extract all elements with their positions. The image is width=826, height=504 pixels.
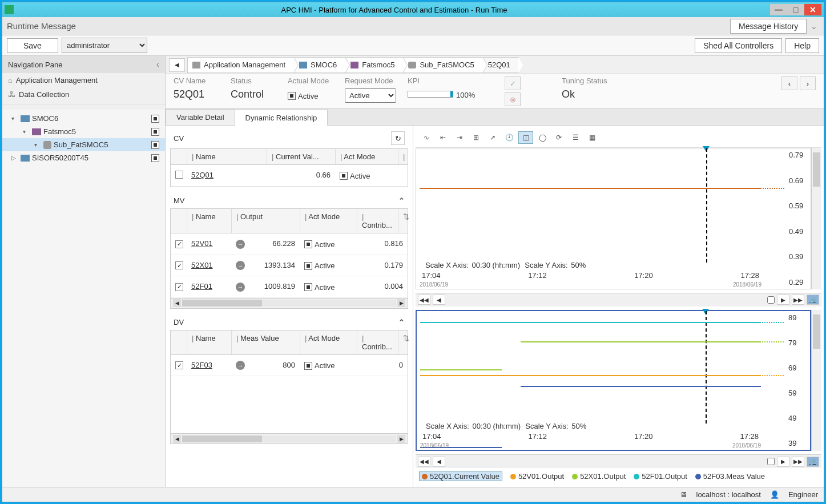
chevron-down-icon[interactable]: ⌄ [809,22,819,31]
dv-section-title: DV [174,318,184,326]
table-row[interactable]: 52F03→800Active0 [171,355,408,377]
maximize-button[interactable]: □ [787,4,804,15]
chart-tool-4[interactable]: ⊞ [469,131,483,144]
back-button[interactable]: ◄ [169,58,185,72]
navigation-pane: Navigation Pane ‹ ⌂Application Managemen… [2,56,166,487]
tree-item-SMOC6[interactable]: ▾SMOC6 [2,112,165,125]
chart-last-button[interactable]: ▶▶ [792,457,804,467]
chart-tool-11[interactable]: ▦ [585,131,599,144]
cv-table: | Name| Current Val...| Act Mode| 52Q010… [170,148,408,187]
dv-scrollbar[interactable]: ◀▶ [171,433,408,443]
close-button[interactable]: ✕ [804,4,821,15]
chart-prev-button[interactable]: ◀ [433,295,445,305]
table-row[interactable]: 52V01→66.228Active0.816 [171,233,408,255]
crumb-Application Management[interactable]: Application Management [187,57,294,73]
chart-2[interactable]: Scale X Axis: 00:30 (hh:mm) Scale Y Axis… [416,310,811,451]
chart-next-button[interactable]: ▶ [777,457,789,467]
chart-tool-6[interactable]: 🕘 [502,131,517,144]
cv-section-title: CV [174,134,184,143]
chart-last-button[interactable]: ▶▶ [792,295,804,305]
nav-pane-header: Navigation Pane ‹ [2,56,165,73]
chart-panel: ∿ ⇤ ⇥ ⊞ ↗ 🕘 ◫ ◯ ⟳ ☰ ▦ Scale X Axis: 00:3… [413,126,824,487]
legend-52F01.Output[interactable]: 52F01.Output [634,471,687,481]
minimize-button[interactable]: — [770,4,787,15]
cursor-line[interactable] [706,148,707,263]
chart-link-button[interactable]: 🔗 [807,295,819,305]
app-icon [5,5,14,14]
chart-tool-7[interactable]: ◫ [518,131,533,144]
collapse-icon[interactable]: ‹ [156,59,159,70]
chart-1[interactable]: Scale X Axis: 00:30 (hh:mm) Scale Y Axis… [416,148,811,289]
cancel-button[interactable]: ⊗ [505,92,521,106]
chart-link-button[interactable]: 🔗 [807,457,819,467]
chart2-vscroll[interactable] [811,310,821,451]
message-history-button[interactable]: Message History [730,19,807,34]
cursor-line[interactable] [706,311,707,424]
tree-item-Sub_FatSMOC5[interactable]: ▾Sub_FatSMOC5 [2,138,165,151]
prev-button[interactable]: ‹ [781,76,797,90]
chart-toolbar: ∿ ⇤ ⇥ ⊞ ↗ 🕘 ◫ ◯ ⟳ ☰ ▦ [416,128,821,148]
request-mode-select[interactable]: Active [345,88,396,103]
nav-data-collection[interactable]: 🖧Data Collection [2,87,165,102]
chart-first-button[interactable]: ◀◀ [418,295,430,305]
mv-collapse-icon[interactable]: ⌃ [398,196,405,205]
status-value: Control [231,88,276,100]
legend-52Q01.Current Value[interactable]: 52Q01.Current Value [419,471,502,481]
mv-scrollbar[interactable]: ◀▶ [171,298,408,308]
crumb-SMOC6[interactable]: SMOC6 [294,57,345,73]
legend-52F03.Meas Value[interactable]: 52F03.Meas Value [695,471,765,481]
chart-checkbox[interactable] [767,296,775,304]
mv-table: | Name| Output| Act Mode| Contrib...⇅ 52… [170,208,408,309]
chart1-vscroll[interactable] [811,148,821,289]
chart-first-button[interactable]: ◀◀ [418,457,430,467]
window-title: APC HMI - Platform for Advanced Control … [18,6,770,14]
legend: 52Q01.Current Value52V01.Output52X01.Out… [416,468,821,485]
check-button[interactable]: ✓ [505,76,521,90]
chart-tool-5[interactable]: ↗ [485,131,500,144]
message-bar: Runtime Message Message History ⌄ [2,17,824,35]
nav-app-management[interactable]: ⌂Application Management [2,73,165,87]
tuning-status-value: Ok [562,88,630,100]
tree-item-SISOR50200T45[interactable]: ▷SISOR50200T45 [2,151,165,164]
kpi-value: 100% [408,88,493,100]
y-axis-1: 0.790.690.590.490.390.29 [788,148,811,289]
dv-collapse-icon[interactable]: ⌃ [398,318,405,326]
save-button[interactable]: Save [7,38,58,53]
table-row[interactable]: 52X01→1393.134Active0.179 [171,255,408,277]
legend-52X01.Output[interactable]: 52X01.Output [572,471,626,481]
nav-tree: ▾SMOC6▾Fatsmoc5▾Sub_FatSMOC5▷SISOR50200T… [2,110,165,487]
titlebar: APC HMI - Platform for Advanced Control … [2,2,824,17]
legend-52V01.Output[interactable]: 52V01.Output [510,471,564,481]
host-label: localhost : localhost [696,490,761,499]
mv-section-title: MV [174,196,185,205]
chart-next-button[interactable]: ▶ [777,295,789,305]
crumb-52Q01[interactable]: 52Q01 [483,57,519,73]
data-icon: 🖧 [8,90,15,99]
crumb-Sub_FatSMOC5[interactable]: Sub_FatSMOC5 [403,57,482,73]
chart-tool-9[interactable]: ⟳ [551,131,566,144]
y-axis-2: 897969594939 [787,311,810,450]
chart-tool-3[interactable]: ⇥ [452,131,467,144]
tree-item-Fatsmoc5[interactable]: ▾Fatsmoc5 [2,125,165,138]
role-label: Engineer [788,490,818,499]
chart-tool-1[interactable]: ∿ [419,131,434,144]
chart-2-footer: ◀◀ ◀ ▶ ▶▶ 🔗 [416,454,821,468]
home-icon: ⌂ [8,76,13,84]
table-row[interactable]: 52F01→1009.819Active0.004 [171,276,408,298]
app-window: APC HMI - Platform for Advanced Control … [2,2,824,502]
next-button[interactable]: › [800,76,816,90]
help-button[interactable]: Help [785,38,819,53]
info-bar: CV Name52Q01 StatusControl Actual ModeAc… [166,74,824,109]
chart-tool-10[interactable]: ☰ [568,131,583,144]
chart-prev-button[interactable]: ◀ [433,457,445,467]
chart-checkbox[interactable] [767,458,775,465]
refresh-button[interactable]: ↻ [391,131,405,145]
chart-tool-2[interactable]: ⇤ [436,131,450,144]
tab-variable-detail[interactable]: Variable Detail [166,109,235,125]
user-select[interactable]: administrator [62,38,147,53]
chart-tool-8[interactable]: ◯ [535,131,550,144]
crumb-Fatsmoc5[interactable]: Fatsmoc5 [345,57,403,73]
tab-dynamic-relationship[interactable]: Dynamic Relationship [235,110,328,126]
table-row[interactable]: 52Q010.66Active [171,165,408,187]
shed-controllers-button[interactable]: Shed All Controllers [695,38,782,53]
